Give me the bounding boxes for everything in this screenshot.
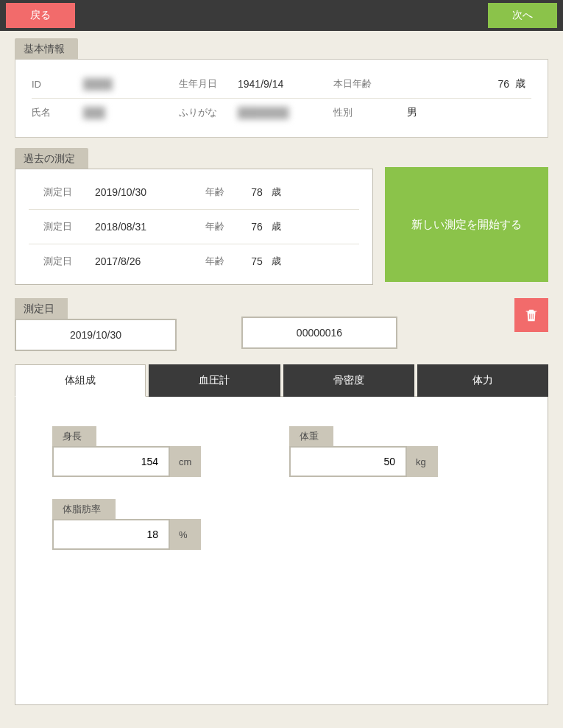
weight-label: 体重 [289, 426, 333, 446]
past-age-unit: 歳 [272, 255, 281, 268]
top-bar: 戻る 次へ [0, 0, 563, 31]
past-date-value: 2018/08/31 [95, 221, 205, 233]
id-value: ████ [83, 78, 113, 90]
weight-input[interactable] [289, 446, 407, 477]
delete-button[interactable] [514, 298, 548, 332]
today-age-label: 本日年齢 [333, 77, 444, 91]
body-fat-label: 体脂肪率 [52, 499, 116, 519]
height-label: 身長 [52, 426, 96, 446]
past-row[interactable]: 測定日 2017/8/26 年齢 75 歳 [29, 244, 359, 278]
weight-unit: kg [407, 456, 428, 467]
body-fat-field: 体脂肪率 % [52, 499, 201, 550]
measure-date-section: 測定日 2019/10/30 [15, 298, 177, 351]
past-date-label: 測定日 [43, 220, 95, 233]
past-age-value: 76 [242, 221, 272, 233]
start-new-measurement-button[interactable]: 新しい測定を開始する [385, 167, 548, 282]
height-input[interactable] [52, 446, 170, 477]
body-fat-input[interactable] [52, 519, 170, 550]
measure-record-id[interactable]: 00000016 [241, 317, 397, 349]
past-age-value: 78 [242, 186, 272, 198]
past-age-value: 75 [242, 255, 272, 267]
id-label: ID [32, 79, 83, 90]
past-date-value: 2017/8/26 [95, 255, 205, 267]
past-date-label: 測定日 [43, 255, 95, 268]
furigana-label: ふりがな [179, 106, 238, 119]
past-date-label: 測定日 [43, 185, 95, 199]
tabs-section: 体組成 血圧計 骨密度 体力 身長 cm 体重 kg [15, 364, 548, 705]
measure-date-title: 測定日 [15, 298, 68, 319]
body-fat-unit: % [170, 529, 191, 540]
basic-info-section: 基本情報 ID ████ 生年月日 1941/9/14 本日年齢 76 歳 氏名… [15, 38, 548, 138]
name-value: ███ [83, 107, 105, 119]
tab-blood-pressure[interactable]: 血圧計 [149, 364, 280, 397]
tab-physical-strength[interactable]: 体力 [417, 364, 548, 397]
basic-info-box: ID ████ 生年月日 1941/9/14 本日年齢 76 歳 氏名 ███ … [15, 59, 548, 138]
past-measurements-section: 過去の測定 測定日 2019/10/30 年齢 78 歳 測定日 2018/08… [15, 148, 373, 285]
height-field: 身長 cm [52, 426, 201, 477]
sex-value: 男 [385, 106, 417, 119]
next-button[interactable]: 次へ [488, 3, 557, 28]
age-unit: 歳 [509, 77, 531, 91]
measure-date-value[interactable]: 2019/10/30 [15, 319, 177, 351]
tab-body-composition[interactable]: 体組成 [15, 364, 146, 397]
tab-body: 身長 cm 体重 kg 体脂肪率 [15, 396, 548, 705]
past-age-unit: 歳 [272, 220, 281, 233]
today-age-value: 76 [444, 78, 509, 90]
dob-value: 1941/9/14 [238, 78, 333, 90]
height-unit: cm [170, 456, 191, 467]
past-age-unit: 歳 [272, 185, 281, 199]
furigana-value: ███████ [238, 107, 288, 119]
past-title: 過去の測定 [15, 148, 88, 169]
back-button[interactable]: 戻る [6, 3, 75, 28]
tab-bone-density[interactable]: 骨密度 [283, 364, 414, 397]
weight-field: 体重 kg [289, 426, 438, 477]
trash-icon [523, 307, 539, 323]
dob-label: 生年月日 [179, 77, 238, 91]
past-row[interactable]: 測定日 2019/10/30 年齢 78 歳 [29, 175, 359, 210]
past-date-value: 2019/10/30 [95, 186, 205, 198]
past-row[interactable]: 測定日 2018/08/31 年齢 76 歳 [29, 210, 359, 244]
past-age-label: 年齢 [205, 185, 242, 199]
past-age-label: 年齢 [205, 220, 242, 233]
basic-info-title: 基本情報 [15, 38, 78, 59]
past-age-label: 年齢 [205, 255, 242, 268]
sex-label: 性別 [333, 106, 385, 119]
name-label: 氏名 [32, 106, 83, 119]
